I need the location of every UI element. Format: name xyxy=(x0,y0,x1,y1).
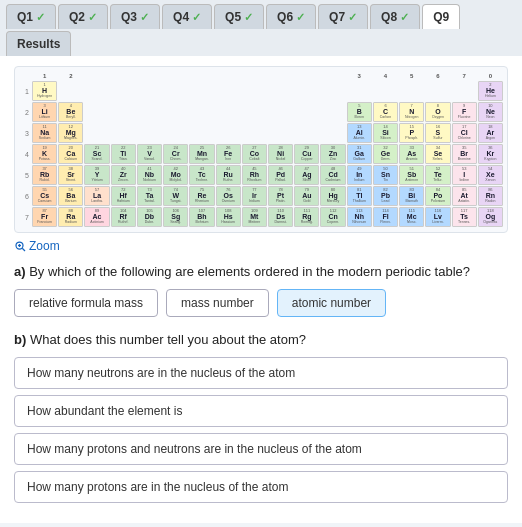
tab-q3[interactable]: Q3 ✓ xyxy=(110,4,160,29)
element-Og: 118OgOganess xyxy=(478,207,503,227)
tab-q4[interactable]: Q4 ✓ xyxy=(162,4,212,29)
answer-option-1[interactable]: How many neutrons are in the nucleus of … xyxy=(14,357,508,389)
element-Mt: 109MtMeitner xyxy=(242,207,267,227)
group-labels-row: 1 2 3 4 5 6 7 0 xyxy=(19,73,503,79)
tab-q2-label: Q2 xyxy=(69,10,85,24)
element-Ba: 56BaBarium xyxy=(58,186,83,206)
element-Lv: 116LvLiverm. xyxy=(425,207,450,227)
element-Hf: 72HfHafnium xyxy=(111,186,136,206)
element-Cs: 55CsCaesium xyxy=(32,186,57,206)
zoom-icon xyxy=(14,240,26,252)
element-Zr: 40ZrZircon. xyxy=(111,165,136,185)
element-Fe: 26FeIron xyxy=(216,144,241,164)
tab-q1[interactable]: Q1 ✓ xyxy=(6,4,56,29)
element-Ta: 73TaTantal. xyxy=(137,186,162,206)
element-Ac: 89AcActinium xyxy=(84,207,109,227)
element-Hs: 108HsHassium xyxy=(216,207,241,227)
element-Mc: 115McMosc. xyxy=(399,207,424,227)
option-rfm[interactable]: relative formula mass xyxy=(14,289,158,317)
tab-q6-label: Q6 xyxy=(277,10,293,24)
zoom-link[interactable]: Zoom xyxy=(14,239,508,253)
element-He: 2HeHelium xyxy=(478,81,503,101)
tab-q7[interactable]: Q7 ✓ xyxy=(318,4,368,29)
tab-q5-check: ✓ xyxy=(244,11,253,24)
tab-q9[interactable]: Q9 xyxy=(422,4,460,29)
element-Kr: 36KrKrypton xyxy=(478,144,503,164)
tab-q4-label: Q4 xyxy=(173,10,189,24)
tab-q6-check: ✓ xyxy=(296,11,305,24)
element-F: 9FFluorine xyxy=(452,102,477,122)
element-Se: 34SeSeleni. xyxy=(425,144,450,164)
element-Sn: 50SnTin xyxy=(373,165,398,185)
element-Ra: 88RaRadium xyxy=(58,207,83,227)
element-Co: 27CoCobalt xyxy=(242,144,267,164)
element-La: 57LaLantha. xyxy=(84,186,109,206)
element-Y: 39YYttrium xyxy=(84,165,109,185)
tab-q3-check: ✓ xyxy=(140,11,149,24)
tab-q8-check: ✓ xyxy=(400,11,409,24)
element-Bi: 83BiBismuth xyxy=(399,186,424,206)
period-6-row: 6 55CsCaesium 56BaBarium 57LaLantha. 72H… xyxy=(19,186,503,206)
element-Sb: 51SbAntimon xyxy=(399,165,424,185)
period-1-label: 1 xyxy=(19,81,31,101)
tab-q5-label: Q5 xyxy=(225,10,241,24)
element-Os: 76OsOsmium xyxy=(216,186,241,206)
element-Cr: 24CrChrom. xyxy=(163,144,188,164)
tab-q2-check: ✓ xyxy=(88,11,97,24)
zoom-label: Zoom xyxy=(29,239,60,253)
element-S: 16SSulfur xyxy=(425,123,450,143)
period-2-row: 2 3LiLithium 4BeBeryll. 5BBoron 6CCarbon… xyxy=(19,102,503,122)
option-atomic-number[interactable]: atomic number xyxy=(277,289,386,317)
question-b-text: b) What does this number tell you about … xyxy=(14,331,508,349)
tab-q8[interactable]: Q8 ✓ xyxy=(370,4,420,29)
answer-option-4[interactable]: How many protons are in the nucleus of t… xyxy=(14,471,508,503)
group-18-label: 0 xyxy=(478,73,503,79)
element-Tl: 81TlThallium xyxy=(347,186,372,206)
tab-q3-label: Q3 xyxy=(121,10,137,24)
period-1-row: 1 1HHydrogen 2HeHelium xyxy=(19,81,503,101)
group-16-label: 6 xyxy=(425,73,450,79)
element-H: 1HHydrogen xyxy=(32,81,57,101)
element-Fl: 114FlFlerov. xyxy=(373,207,398,227)
element-At: 85AtAstatin. xyxy=(452,186,477,206)
period-4-row: 4 19KPotass. 20CaCalcium 21ScScand. 22Ti… xyxy=(19,144,503,164)
question-a-text: a) By which of the following are element… xyxy=(14,263,508,281)
element-Db: 105DbDubn. xyxy=(137,207,162,227)
group-13-label: 3 xyxy=(347,73,372,79)
tab-q5[interactable]: Q5 ✓ xyxy=(214,4,264,29)
element-Zn: 30ZnZinc xyxy=(320,144,345,164)
periodic-table: 1 2 3 4 5 6 7 0 1 1HHydrogen xyxy=(14,66,508,233)
question-a-body: By which of the following are elements o… xyxy=(29,264,470,279)
element-Mo: 42MoMolybd. xyxy=(163,165,188,185)
tab-q1-check: ✓ xyxy=(36,11,45,24)
tab-q6[interactable]: Q6 ✓ xyxy=(266,4,316,29)
element-Ds: 110DsDarmst. xyxy=(268,207,293,227)
element-Na: 11NaSodium xyxy=(32,123,57,143)
element-Rb: 37RbRubid. xyxy=(32,165,57,185)
element-Bh: 107BhBohrium xyxy=(189,207,214,227)
element-C: 6CCarbon xyxy=(373,102,398,122)
section-b: b) What does this number tell you about … xyxy=(14,331,508,503)
element-Ga: 31GaGallium xyxy=(347,144,372,164)
tab-results[interactable]: Results xyxy=(6,31,71,56)
element-In: 49InIndium xyxy=(347,165,372,185)
tab-q7-check: ✓ xyxy=(348,11,357,24)
element-Pt: 78PtPlatin. xyxy=(268,186,293,206)
element-Sc: 21ScScand. xyxy=(84,144,109,164)
tab-q2[interactable]: Q2 ✓ xyxy=(58,4,108,29)
element-Sg: 106SgSeabg. xyxy=(163,207,188,227)
element-Pd: 46PdPallad. xyxy=(268,165,293,185)
group-2-label: 2 xyxy=(58,73,83,79)
element-Ca: 20CaCalcium xyxy=(58,144,83,164)
answer-option-2[interactable]: How abundant the element is xyxy=(14,395,508,427)
question-a-options: relative formula mass mass number atomic… xyxy=(14,289,508,317)
element-Rf: 104RfRuthrf. xyxy=(111,207,136,227)
main-content: 1 2 3 4 5 6 7 0 1 1HHydrogen xyxy=(0,56,522,523)
tab-q1-label: Q1 xyxy=(17,10,33,24)
answer-option-3[interactable]: How many protons and neutrons are in the… xyxy=(14,433,508,465)
element-I: 53IIodine xyxy=(452,165,477,185)
element-Ag: 47AgSilver xyxy=(294,165,319,185)
tab-q7-label: Q7 xyxy=(329,10,345,24)
element-Ne: 10NeNeon xyxy=(478,102,503,122)
option-mass-number[interactable]: mass number xyxy=(166,289,269,317)
